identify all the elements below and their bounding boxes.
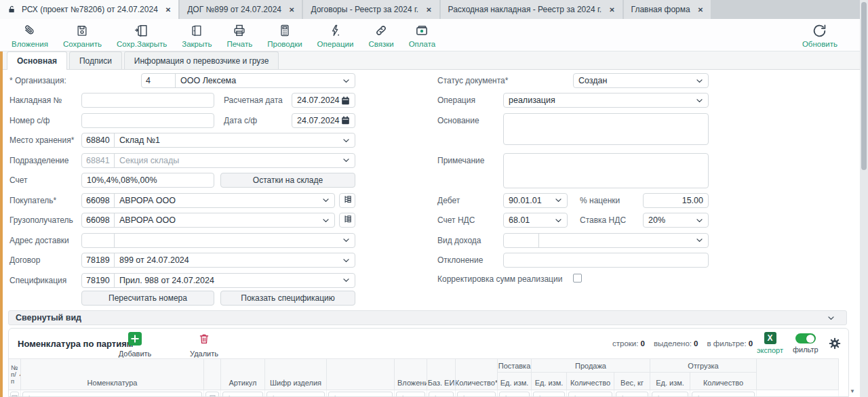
column-header[interactable]: Баз. ЕИ [427,359,456,390]
deviation-input[interactable] [503,253,709,268]
tab-5[interactable]: Главная форма✕ [624,0,711,19]
delivery-address-combo[interactable] [81,233,355,248]
deviation-label: Отклонение [437,255,483,265]
vat-rate-combo[interactable]: 20% [643,213,709,228]
save-close-button[interactable]: Сохр.Закрыть [109,19,174,51]
column-filter-input[interactable] [616,392,648,397]
column-header[interactable]: Ед. изм. [498,373,532,390]
column-filter-input[interactable] [328,392,393,397]
column-filter-input[interactable] [222,392,263,397]
column-filter-input[interactable] [533,392,565,397]
close-icon[interactable]: ✕ [165,6,171,14]
buyer-hierarchy-button[interactable] [339,193,355,208]
column-header[interactable]: № п/п▲ [9,359,21,390]
column-filter-input[interactable] [692,392,755,397]
calc-date-field[interactable]: 24.07.2024 [292,93,355,108]
specification-combo[interactable]: 78190 Прил. 988 от 24.07.2024 [81,273,355,288]
contract-combo[interactable]: 78189 899 от 24.07.2024 [81,253,355,268]
organization-combo[interactable]: 4 ООО Лексема [141,73,355,88]
recalc-numbers-button[interactable]: Пересчитать номера [81,291,214,306]
add-row-button[interactable]: Добавить [117,332,153,358]
close-icon[interactable]: ✕ [289,6,294,14]
income-type-combo[interactable] [503,233,709,248]
column-header[interactable] [327,359,395,390]
tab-label: Расходная накладная - Реестр за 2024 г. [448,5,602,14]
chain-icon [374,22,389,39]
operation-combo[interactable]: реализация [503,93,709,108]
funnel-icon[interactable] [205,392,219,397]
column-header[interactable]: Вложение [395,359,427,390]
settings-gear-icon[interactable] [828,337,842,353]
tab-4[interactable]: Расходная накладная - Реестр за 2024 г.✕ [441,0,623,19]
column-header[interactable]: Ед. изм. [532,373,567,390]
collapsed-view-bar[interactable]: Свернутый вид [8,310,847,325]
links-button[interactable]: Связки [361,19,401,51]
column-filter-input[interactable] [568,392,612,397]
buyer-combo[interactable]: 66098 АВРОРА ООО [81,193,335,208]
refresh-button[interactable]: Обновить [795,19,845,51]
column-filter-input[interactable] [396,392,425,397]
filter-toggle[interactable]: фильтр [793,332,818,354]
status-combo[interactable]: Создан [573,73,709,88]
storage-combo[interactable]: 68840 Склад №1 [81,133,355,148]
tab-3[interactable]: Договоры - Реестр за 2024 г.✕ [303,0,439,19]
column-header[interactable]: Ед. изм. [650,373,690,390]
debit-combo[interactable]: 90.01.01 [503,193,568,208]
toggle-on-icon[interactable] [795,333,816,343]
account-input[interactable] [81,173,214,188]
close-icon[interactable]: ✕ [426,6,431,14]
column-header[interactable] [204,359,221,390]
sf-number-input[interactable] [81,113,214,128]
column-filter-input[interactable] [652,392,688,397]
column-header[interactable]: Количество* [456,359,498,390]
stock-balance-button[interactable]: Остатки на складе [220,173,355,188]
funnel-icon[interactable] [10,392,19,397]
department-combo[interactable]: 68841 Секция склады [81,153,355,168]
column-header[interactable]: Шифр изделия [265,359,327,390]
close-icon[interactable]: ✕ [698,6,703,14]
delete-row-button[interactable]: Удалить [186,332,222,358]
operations-button[interactable]: Операции [310,19,361,51]
invoice-number-input[interactable] [81,93,214,108]
column-header[interactable]: Количество [690,373,757,390]
basis-textarea[interactable] [503,113,709,145]
column-header[interactable]: Артикул [221,359,265,390]
delivery-address-label: Адрес доставки [9,236,69,245]
consignee-hierarchy-button[interactable] [339,213,355,228]
scroll-down-arrow-icon[interactable]: ▼ [850,388,855,394]
vat-account-combo[interactable]: 68.01 [503,213,568,228]
attachments-button[interactable]: Вложения [4,19,56,51]
export-excel-button[interactable]: X экспорт [757,332,783,354]
note-textarea[interactable] [503,153,709,188]
sf-date-field[interactable]: 24.07.2024 [292,113,355,128]
column-filter-input[interactable] [429,392,454,397]
close-button[interactable]: Закрыть [174,19,219,51]
column-filter-input[interactable] [22,392,202,397]
chevron-down-icon [554,216,563,225]
column-filter-input[interactable] [499,392,530,397]
correction-checkbox[interactable] [573,274,582,283]
payment-button[interactable]: Оплата [401,19,443,51]
tab-2[interactable]: ДОГ №899 от 24.07.2024✕ [180,0,302,19]
save-button[interactable]: Сохранить [56,19,109,51]
markup-input[interactable] [643,193,709,208]
show-spec-button[interactable]: Показать спецификацию [220,291,355,306]
form-tab-1[interactable]: Основная [7,51,67,70]
postings-button[interactable]: Проводки [260,19,309,51]
column-header[interactable]: Количество [567,373,614,390]
column-header[interactable] [757,359,839,390]
scrollbar-thumb[interactable] [861,2,867,170]
window-scrollbar[interactable] [860,0,868,397]
column-filter-input[interactable] [267,392,325,397]
buyer-label: Покупатель* [9,196,56,205]
column-header[interactable]: Номенклатура [21,359,204,390]
print-button[interactable]: Печать [220,19,260,51]
column-filter-input[interactable] [457,392,496,397]
form-tab-3[interactable]: Информация о перевозчике и грузе [124,51,279,69]
tab-1[interactable]: РСХ (проект №78206) от 24.07.2024✕ [0,0,178,19]
column-header[interactable]: Вес, кг [614,373,650,390]
close-icon[interactable]: ✕ [609,6,614,14]
consignee-combo[interactable]: 66098 АВРОРА ООО [81,213,335,228]
toolbar-button-label: Операции [317,40,354,48]
form-tab-2[interactable]: Подписи [69,51,122,69]
